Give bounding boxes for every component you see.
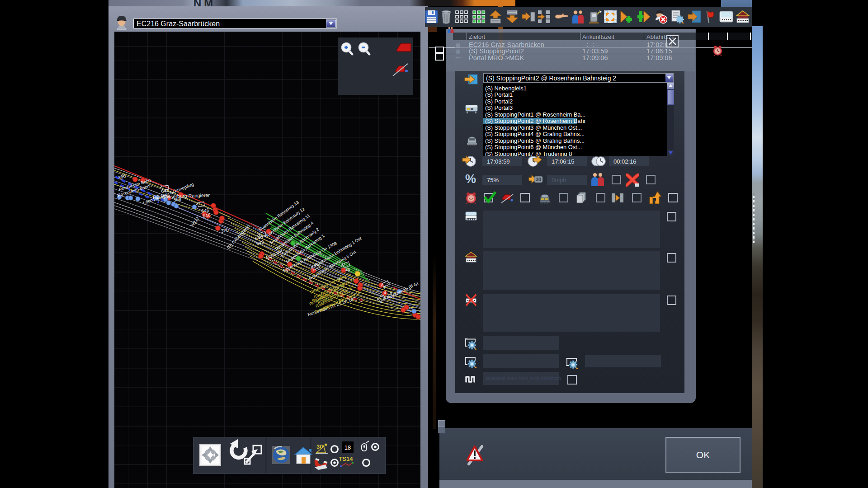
svg-text:4: 4 [384, 290, 387, 295]
svg-text:30: 30 [536, 177, 541, 182]
svg-text:9: 9 [390, 291, 392, 296]
svg-text:370: 370 [221, 228, 229, 234]
svg-text:4: 4 [383, 285, 386, 290]
svg-text:18: 18 [344, 444, 351, 451]
svg-text:TS14: TS14 [339, 455, 353, 462]
svg-text:26: 26 [345, 267, 350, 272]
svg-text:4: 4 [380, 299, 383, 304]
svg-text:4: 4 [383, 295, 386, 300]
svg-text:366: 366 [118, 174, 127, 180]
